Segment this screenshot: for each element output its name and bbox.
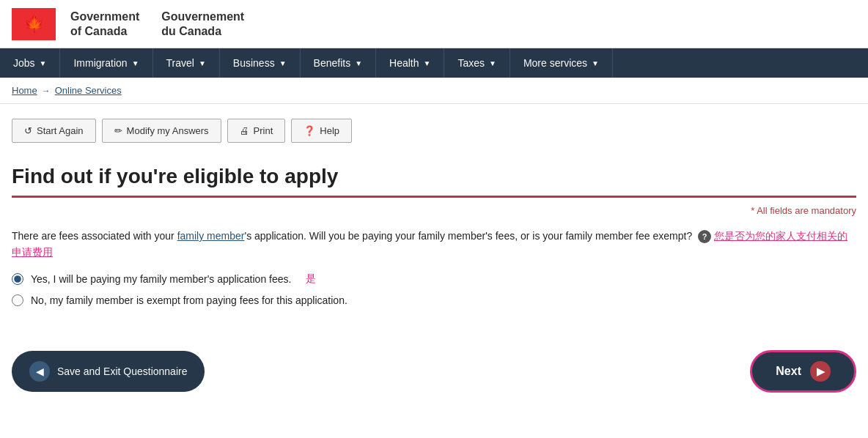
radio-no-label[interactable]: No, my family member is exempt from payi… <box>31 294 347 306</box>
breadcrumb: Home → Online Services <box>0 78 868 104</box>
radio-yes-label[interactable]: Yes, I will be paying my family member's… <box>31 273 291 285</box>
toolbar: ↺ Start Again ✏ Modify my Answers 🖨 Prin… <box>12 119 856 143</box>
footer-actions: ◀ Save and Exit Questionnaire Next ▶ <box>12 335 856 393</box>
nav-item-more-services[interactable]: More services ▼ <box>510 48 613 78</box>
canada-flag: 🍁 <box>12 8 56 40</box>
chevron-down-icon: ▼ <box>355 59 362 67</box>
refresh-icon: ↺ <box>24 125 32 136</box>
chevron-down-icon: ▼ <box>279 59 287 67</box>
radio-group: Yes, I will be paying my family member's… <box>12 272 856 306</box>
nav-label-business: Business <box>233 57 275 69</box>
nav-label-immigration: Immigration <box>73 57 127 69</box>
mandatory-note: * All fields are mandatory <box>12 205 856 216</box>
radio-no-input[interactable] <box>12 294 23 306</box>
nav-label-taxes: Taxes <box>457 57 485 69</box>
family-member-link[interactable]: family member <box>177 230 245 242</box>
chevron-down-icon: ▼ <box>40 59 47 67</box>
nav-label-more-services: More services <box>523 57 587 69</box>
nav-item-taxes[interactable]: Taxes ▼ <box>444 48 510 78</box>
radio-yes-translation: 是 <box>306 272 316 286</box>
nav-label-benefits: Benefits <box>314 57 351 69</box>
nav-bar: Jobs ▼ Immigration ▼ Travel ▼ Business ▼… <box>0 48 868 78</box>
breadcrumb-online-services[interactable]: Online Services <box>55 85 122 96</box>
question-after-link: 's application. Will you be paying your … <box>244 230 692 242</box>
question-block: There are fees associated with your fami… <box>12 228 856 306</box>
nav-label-travel: Travel <box>166 57 194 69</box>
nav-item-jobs[interactable]: Jobs ▼ <box>0 48 60 78</box>
nav-item-benefits[interactable]: Benefits ▼ <box>301 48 377 78</box>
save-exit-button[interactable]: ◀ Save and Exit Questionnaire <box>12 351 205 392</box>
next-arrow-icon: ▶ <box>810 361 831 382</box>
nav-label-health: Health <box>389 57 419 69</box>
nav-item-immigration[interactable]: Immigration ▼ <box>60 48 152 78</box>
question-before-link: There are fees associated with your <box>12 230 177 242</box>
radio-option-yes: Yes, I will be paying my family member's… <box>12 272 856 286</box>
next-label: Next <box>776 365 801 378</box>
help-tooltip-icon[interactable]: ? <box>698 230 711 243</box>
chevron-down-icon: ▼ <box>199 59 206 67</box>
modify-answers-button[interactable]: ✏ Modify my Answers <box>102 119 221 143</box>
title-en-line1: Government <box>70 10 139 23</box>
start-again-button[interactable]: ↺ Start Again <box>12 119 96 143</box>
nav-item-business[interactable]: Business ▼ <box>220 48 301 78</box>
page-title: Find out if you're eligible to apply <box>12 165 856 198</box>
nav-item-travel[interactable]: Travel ▼ <box>153 48 220 78</box>
chevron-down-icon: ▼ <box>489 59 496 67</box>
print-label: Print <box>254 125 273 136</box>
nav-item-health[interactable]: Health ▼ <box>376 48 444 78</box>
main-content: ↺ Start Again ✏ Modify my Answers 🖨 Prin… <box>0 104 868 407</box>
question-text: There are fees associated with your fami… <box>12 228 856 261</box>
help-label: Help <box>320 125 339 136</box>
header: 🍁 Government of Canada Gouvernement du C… <box>0 0 868 48</box>
start-again-label: Start Again <box>37 125 84 136</box>
maple-leaf-icon: 🍁 <box>24 15 44 34</box>
title-fr-line1: Gouvernement <box>161 10 244 23</box>
breadcrumb-separator: → <box>42 86 51 96</box>
save-arrow-icon: ◀ <box>29 361 50 382</box>
save-exit-label: Save and Exit Questionnaire <box>57 365 187 377</box>
help-button[interactable]: ❓ Help <box>291 119 352 143</box>
radio-yes-input[interactable] <box>12 273 23 285</box>
chevron-down-icon: ▼ <box>592 59 599 67</box>
next-button[interactable]: Next ▶ <box>750 350 856 393</box>
pencil-icon: ✏ <box>114 125 122 136</box>
chevron-down-icon: ▼ <box>132 59 139 67</box>
radio-option-no: No, my family member is exempt from payi… <box>12 294 856 306</box>
modify-answers-label: Modify my Answers <box>127 125 209 136</box>
help-icon: ❓ <box>304 125 315 136</box>
chevron-down-icon: ▼ <box>424 59 431 67</box>
government-title: Government of Canada Gouvernement du Can… <box>70 10 244 37</box>
title-en-line2: of Canada <box>70 24 139 38</box>
printer-icon: 🖨 <box>240 125 249 136</box>
nav-label-jobs: Jobs <box>13 57 35 69</box>
print-button[interactable]: 🖨 Print <box>227 119 286 143</box>
title-fr-line2: du Canada <box>161 24 244 38</box>
breadcrumb-home[interactable]: Home <box>12 85 37 96</box>
